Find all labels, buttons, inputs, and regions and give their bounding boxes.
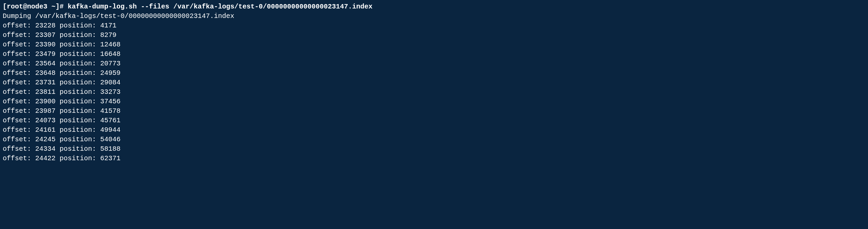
index-entry-line: offset: 23228 position: 4171 <box>3 21 865 30</box>
index-entry-line: offset: 23390 position: 12468 <box>3 40 865 49</box>
command-prompt-line[interactable]: [root@node3 ~]# kafka-dump-log.sh --file… <box>3 2 865 12</box>
index-entry-line: offset: 23731 position: 29084 <box>3 78 865 87</box>
index-entry-line: offset: 23648 position: 24959 <box>3 68 865 78</box>
index-entry-line: offset: 23564 position: 20773 <box>3 59 865 68</box>
index-entry-line: offset: 23307 position: 8279 <box>3 30 865 40</box>
command-text: kafka-dump-log.sh --files /var/kafka-log… <box>68 3 372 11</box>
index-entry-line: offset: 23987 position: 41578 <box>3 106 865 116</box>
index-entry-line: offset: 24422 position: 62371 <box>3 154 865 163</box>
index-entry-line: offset: 24161 position: 49944 <box>3 125 865 135</box>
index-entries-list: offset: 23228 position: 4171offset: 2330… <box>3 21 865 163</box>
index-entry-line: offset: 24073 position: 45761 <box>3 116 865 125</box>
index-entry-line: offset: 23900 position: 37456 <box>3 97 865 106</box>
shell-prompt: [root@node3 ~]# <box>3 3 64 11</box>
index-entry-line: offset: 23479 position: 16648 <box>3 49 865 59</box>
index-entry-line: offset: 23811 position: 33273 <box>3 87 865 97</box>
index-entry-line: offset: 24245 position: 54046 <box>3 135 865 144</box>
index-entry-line: offset: 24334 position: 58188 <box>3 144 865 154</box>
dump-header-line: Dumping /var/kafka-logs/test-0/000000000… <box>3 12 865 21</box>
